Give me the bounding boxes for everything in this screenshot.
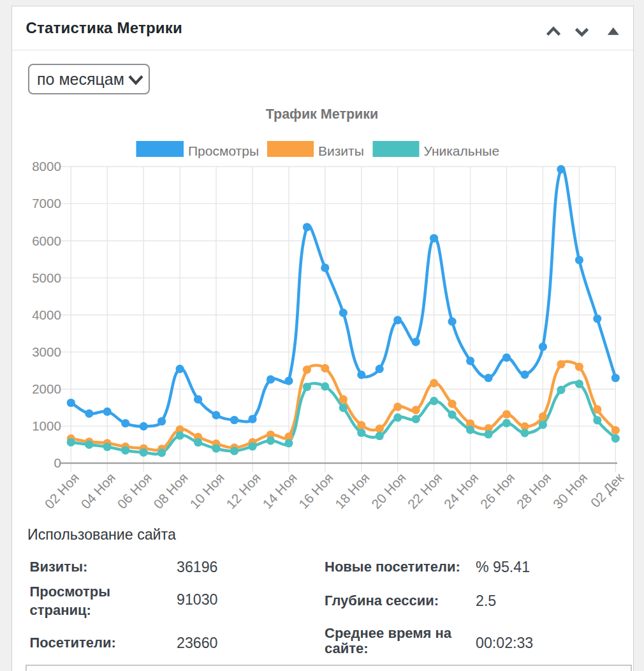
- svg-text:04 Ноя: 04 Ноя: [78, 470, 118, 512]
- svg-text:16 Ноя: 16 Ноя: [296, 470, 336, 512]
- svg-text:12 Ноя: 12 Ноя: [223, 470, 263, 512]
- svg-text:8000: 8000: [32, 159, 61, 173]
- svg-text:28 Ноя: 28 Ноя: [514, 470, 554, 512]
- svg-text:5000: 5000: [32, 270, 61, 285]
- svg-text:4000: 4000: [32, 307, 61, 322]
- svg-text:18 Ноя: 18 Ноя: [332, 470, 372, 512]
- svg-text:22 Ноя: 22 Ноя: [405, 470, 445, 512]
- svg-text:06 Ноя: 06 Ноя: [114, 470, 154, 512]
- svg-text:0: 0: [54, 455, 61, 470]
- svg-text:Визиты: Визиты: [318, 144, 364, 158]
- svg-text:2000: 2000: [32, 381, 61, 396]
- svg-text:1000: 1000: [32, 418, 61, 433]
- svg-text:6000: 6000: [32, 233, 61, 248]
- svg-text:Уникальные: Уникальные: [424, 144, 500, 158]
- svg-text:14 Ноя: 14 Ноя: [260, 470, 300, 512]
- svg-text:Просмотры: Просмотры: [188, 144, 259, 158]
- svg-text:Трафик Метрики: Трафик Метрики: [266, 107, 379, 122]
- svg-text:3000: 3000: [32, 344, 61, 359]
- svg-text:24 Ноя: 24 Ноя: [441, 470, 481, 512]
- svg-text:02 Ноя: 02 Ноя: [41, 470, 82, 512]
- svg-text:10 Ноя: 10 Ноя: [187, 470, 227, 512]
- svg-text:7000: 7000: [32, 196, 61, 210]
- svg-text:20 Ноя: 20 Ноя: [369, 470, 409, 512]
- svg-text:30 Ноя: 30 Ноя: [550, 470, 590, 512]
- svg-text:26 Ноя: 26 Ноя: [478, 470, 518, 512]
- svg-text:02 Дек: 02 Дек: [588, 469, 627, 510]
- svg-text:08 Ноя: 08 Ноя: [150, 470, 191, 512]
